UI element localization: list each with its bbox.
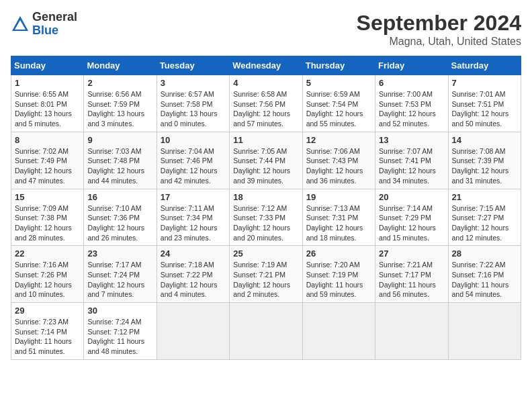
- day-number: 2: [87, 78, 152, 88]
- day-number: 28: [452, 248, 517, 259]
- calendar-cell: 6Sunrise: 7:00 AMSunset: 7:53 PMDaylight…: [375, 75, 448, 132]
- day-info: Sunrise: 7:15 AMSunset: 7:27 PMDaylight:…: [452, 203, 517, 243]
- calendar-cell: 22Sunrise: 7:16 AMSunset: 7:26 PMDayligh…: [11, 246, 84, 303]
- day-info: Sunrise: 7:04 AMSunset: 7:46 PMDaylight:…: [161, 146, 226, 186]
- day-number: 4: [233, 78, 298, 88]
- calendar-cell: 8Sunrise: 7:02 AMSunset: 7:49 PMDaylight…: [11, 132, 84, 189]
- day-number: 29: [15, 306, 80, 316]
- month-title: September 2024: [357, 11, 521, 36]
- calendar-cell: 28Sunrise: 7:22 AMSunset: 7:16 PMDayligh…: [448, 246, 521, 303]
- day-info: Sunrise: 7:10 AMSunset: 7:36 PMDaylight:…: [87, 203, 152, 243]
- day-info: Sunrise: 6:55 AMSunset: 8:01 PMDaylight:…: [15, 89, 80, 129]
- day-number: 7: [452, 78, 517, 88]
- day-info: Sunrise: 7:11 AMSunset: 7:34 PMDaylight:…: [161, 203, 226, 243]
- day-info: Sunrise: 7:20 AMSunset: 7:19 PMDaylight:…: [306, 260, 371, 300]
- day-info: Sunrise: 6:57 AMSunset: 7:58 PMDaylight:…: [161, 89, 226, 129]
- day-number: 18: [233, 192, 298, 202]
- day-number: 16: [87, 192, 152, 202]
- weekday-header-saturday: Saturday: [448, 56, 521, 75]
- day-number: 3: [161, 78, 226, 88]
- day-info: Sunrise: 7:08 AMSunset: 7:39 PMDaylight:…: [452, 146, 517, 186]
- weekday-header-wednesday: Wednesday: [230, 56, 302, 75]
- weekday-header-monday: Monday: [84, 56, 157, 75]
- day-info: Sunrise: 7:13 AMSunset: 7:31 PMDaylight:…: [306, 203, 371, 243]
- day-info: Sunrise: 7:02 AMSunset: 7:49 PMDaylight:…: [15, 146, 80, 186]
- day-info: Sunrise: 7:00 AMSunset: 7:53 PMDaylight:…: [379, 89, 444, 129]
- calendar-cell: 18Sunrise: 7:12 AMSunset: 7:33 PMDayligh…: [230, 189, 302, 246]
- calendar-cell: [230, 303, 302, 360]
- calendar-week-3: 15Sunrise: 7:09 AMSunset: 7:38 PMDayligh…: [11, 189, 521, 246]
- day-info: Sunrise: 7:18 AMSunset: 7:22 PMDaylight:…: [161, 260, 226, 300]
- day-info: Sunrise: 7:09 AMSunset: 7:38 PMDaylight:…: [15, 203, 80, 243]
- day-info: Sunrise: 7:14 AMSunset: 7:29 PMDaylight:…: [379, 203, 444, 243]
- calendar-table: SundayMondayTuesdayWednesdayThursdayFrid…: [11, 56, 521, 360]
- day-info: Sunrise: 7:12 AMSunset: 7:33 PMDaylight:…: [233, 203, 298, 243]
- calendar-cell: 27Sunrise: 7:21 AMSunset: 7:17 PMDayligh…: [375, 246, 448, 303]
- calendar-cell: 16Sunrise: 7:10 AMSunset: 7:36 PMDayligh…: [84, 189, 157, 246]
- day-number: 6: [379, 78, 444, 88]
- day-number: 14: [452, 135, 517, 145]
- logo-general: General: [32, 10, 77, 24]
- day-number: 17: [161, 192, 226, 202]
- calendar-week-1: 1Sunrise: 6:55 AMSunset: 8:01 PMDaylight…: [11, 75, 521, 132]
- calendar-cell: 7Sunrise: 7:01 AMSunset: 7:51 PMDaylight…: [448, 75, 521, 132]
- weekday-header-friday: Friday: [375, 56, 448, 75]
- day-number: 12: [306, 135, 371, 145]
- day-info: Sunrise: 7:21 AMSunset: 7:17 PMDaylight:…: [379, 260, 444, 300]
- day-number: 15: [15, 192, 80, 202]
- page-header: General Blue September 2024 Magna, Utah,…: [11, 11, 521, 48]
- calendar-cell: 2Sunrise: 6:56 AMSunset: 7:59 PMDaylight…: [84, 75, 157, 132]
- day-info: Sunrise: 7:17 AMSunset: 7:24 PMDaylight:…: [87, 260, 152, 300]
- day-number: 20: [379, 192, 444, 202]
- calendar-cell: 4Sunrise: 6:58 AMSunset: 7:56 PMDaylight…: [230, 75, 302, 132]
- day-number: 10: [161, 135, 226, 145]
- logo: General Blue: [11, 11, 77, 38]
- day-info: Sunrise: 6:56 AMSunset: 7:59 PMDaylight:…: [87, 89, 152, 129]
- calendar-cell: 19Sunrise: 7:13 AMSunset: 7:31 PMDayligh…: [302, 189, 375, 246]
- day-number: 9: [87, 135, 152, 145]
- day-info: Sunrise: 7:06 AMSunset: 7:43 PMDaylight:…: [306, 146, 371, 186]
- day-number: 11: [233, 135, 298, 145]
- calendar-week-5: 29Sunrise: 7:23 AMSunset: 7:14 PMDayligh…: [11, 303, 521, 360]
- day-info: Sunrise: 7:01 AMSunset: 7:51 PMDaylight:…: [452, 89, 517, 129]
- day-number: 1: [15, 78, 80, 88]
- day-info: Sunrise: 7:23 AMSunset: 7:14 PMDaylight:…: [15, 317, 80, 357]
- calendar-cell: 17Sunrise: 7:11 AMSunset: 7:34 PMDayligh…: [157, 189, 229, 246]
- day-number: 30: [87, 306, 152, 316]
- calendar-cell: 29Sunrise: 7:23 AMSunset: 7:14 PMDayligh…: [11, 303, 84, 360]
- day-info: Sunrise: 7:24 AMSunset: 7:12 PMDaylight:…: [87, 317, 152, 357]
- title-block: September 2024 Magna, Utah, United State…: [357, 11, 521, 48]
- calendar-cell: [375, 303, 448, 360]
- calendar-cell: 13Sunrise: 7:07 AMSunset: 7:41 PMDayligh…: [375, 132, 448, 189]
- day-info: Sunrise: 7:07 AMSunset: 7:41 PMDaylight:…: [379, 146, 444, 186]
- calendar-cell: [448, 303, 521, 360]
- calendar-cell: 11Sunrise: 7:05 AMSunset: 7:44 PMDayligh…: [230, 132, 302, 189]
- day-number: 21: [452, 192, 517, 202]
- calendar-week-4: 22Sunrise: 7:16 AMSunset: 7:26 PMDayligh…: [11, 246, 521, 303]
- calendar-cell: 20Sunrise: 7:14 AMSunset: 7:29 PMDayligh…: [375, 189, 448, 246]
- day-info: Sunrise: 7:03 AMSunset: 7:48 PMDaylight:…: [87, 146, 152, 186]
- day-info: Sunrise: 7:16 AMSunset: 7:26 PMDaylight:…: [15, 260, 80, 300]
- calendar-cell: 15Sunrise: 7:09 AMSunset: 7:38 PMDayligh…: [11, 189, 84, 246]
- calendar-cell: 10Sunrise: 7:04 AMSunset: 7:46 PMDayligh…: [157, 132, 229, 189]
- weekday-header-row: SundayMondayTuesdayWednesdayThursdayFrid…: [11, 56, 521, 75]
- day-number: 23: [87, 248, 152, 259]
- calendar-cell: 5Sunrise: 6:59 AMSunset: 7:54 PMDaylight…: [302, 75, 375, 132]
- day-info: Sunrise: 6:59 AMSunset: 7:54 PMDaylight:…: [306, 89, 371, 129]
- day-number: 22: [15, 248, 80, 259]
- calendar-cell: 1Sunrise: 6:55 AMSunset: 8:01 PMDaylight…: [11, 75, 84, 132]
- calendar-cell: [302, 303, 375, 360]
- calendar-cell: 14Sunrise: 7:08 AMSunset: 7:39 PMDayligh…: [448, 132, 521, 189]
- logo-icon: [11, 15, 30, 34]
- calendar-cell: [157, 303, 229, 360]
- day-info: Sunrise: 6:58 AMSunset: 7:56 PMDaylight:…: [233, 89, 298, 129]
- calendar-cell: 12Sunrise: 7:06 AMSunset: 7:43 PMDayligh…: [302, 132, 375, 189]
- day-number: 25: [233, 248, 298, 259]
- location-title: Magna, Utah, United States: [357, 36, 521, 48]
- calendar-cell: 23Sunrise: 7:17 AMSunset: 7:24 PMDayligh…: [84, 246, 157, 303]
- day-number: 8: [15, 135, 80, 145]
- day-number: 13: [379, 135, 444, 145]
- calendar-cell: 24Sunrise: 7:18 AMSunset: 7:22 PMDayligh…: [157, 246, 229, 303]
- day-number: 27: [379, 248, 444, 259]
- calendar-week-2: 8Sunrise: 7:02 AMSunset: 7:49 PMDaylight…: [11, 132, 521, 189]
